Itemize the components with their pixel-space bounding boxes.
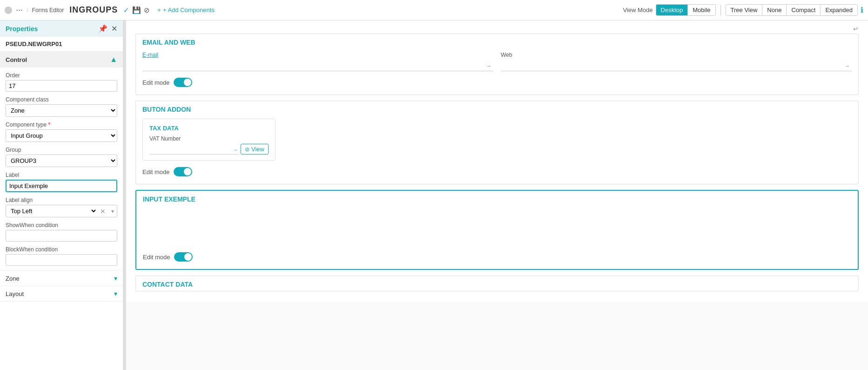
label-align-select[interactable]: Top Left [6, 205, 97, 217]
chevron-down-icon: ▾ [114, 275, 117, 282]
vat-input[interactable] [149, 143, 239, 155]
tax-data-box: TAX DATA VAT Number → ⊘ [142, 119, 276, 161]
email-edit-mode-toggle[interactable] [174, 78, 192, 87]
label-input[interactable] [6, 180, 117, 192]
required-mark: * [48, 121, 50, 128]
label-group: Label [6, 172, 117, 192]
chevron-down-icon: ▾ [114, 290, 117, 297]
label-align-label: Label align [6, 197, 117, 203]
component-type-select[interactable]: Input Group [6, 129, 117, 142]
contact-data-section: CONTACT DATA [135, 276, 859, 291]
properties-panel: Properties 📌 ✕ PSEUD.NEWGRP01 Control ▲ … [0, 20, 123, 370]
vat-row: VAT Number → ⊘ View [149, 135, 269, 155]
top-bar-right: View Mode Desktop Mobile Tree View None … [623, 4, 863, 16]
buton-addon-body: TAX DATA VAT Number → ⊘ [136, 116, 858, 167]
component-class-label: Component class [6, 96, 117, 103]
layout-header[interactable]: Layout ▾ [0, 286, 123, 301]
plus-icon: + [157, 7, 161, 13]
web-label: Web [501, 52, 852, 58]
order-input[interactable] [6, 80, 117, 92]
group-label: Group [6, 147, 117, 153]
view-mode-label: View Mode [623, 7, 653, 13]
buton-addon-title: BUTON ADDON [136, 101, 858, 116]
tree-view-group: Tree View None Compact Expanded [726, 4, 858, 16]
label-label: Label [6, 172, 117, 178]
email-edit-mode-label: Edit mode [142, 79, 170, 86]
none-btn[interactable]: None [762, 5, 787, 15]
blockwhen-group: BlockWhen condition [6, 246, 117, 266]
email-edit-mode-row: Edit mode [136, 78, 858, 91]
input-exemple-body [136, 206, 858, 252]
contact-data-title: CONTACT DATA [136, 276, 858, 291]
input-exemple-edit-mode-label: Edit mode [143, 254, 170, 261]
chevron-up-icon: ▲ [110, 55, 117, 64]
blockwhen-label: BlockWhen condition [6, 246, 117, 253]
tax-data-title: TAX DATA [149, 125, 269, 132]
tree-view-btn[interactable]: Tree View [726, 5, 763, 15]
close-icon[interactable]: ✕ [111, 24, 117, 33]
separator: / [27, 7, 28, 13]
layout-section: Layout ▾ [0, 286, 123, 302]
zone-header[interactable]: Zone ▾ [0, 271, 123, 286]
buton-edit-mode-label: Edit mode [142, 168, 170, 175]
properties-title: Properties [6, 25, 94, 33]
email-label: E-mail [142, 52, 493, 58]
input-exemple-title: INPUT EXEMPLE [136, 191, 858, 206]
more-icon[interactable]: ··· [16, 5, 23, 15]
zone-title: Zone [6, 275, 20, 282]
email-input[interactable] [142, 60, 493, 71]
group-select[interactable]: GROUP3 [6, 155, 117, 167]
component-type-group: Component type * Input Group [6, 121, 117, 142]
edit-circle-icon: ⊘ [245, 146, 249, 153]
showwhen-input[interactable] [6, 230, 117, 242]
arrow-icon: → [486, 63, 491, 69]
web-input-wrapper: → [501, 60, 852, 71]
web-field-group: Web → [501, 52, 852, 71]
buton-edit-mode-row: Edit mode [136, 167, 858, 180]
expanded-btn[interactable]: Expanded [821, 5, 857, 15]
separator-vertical [720, 5, 721, 16]
layout-title: Layout [6, 290, 24, 297]
blockwhen-input[interactable] [6, 254, 117, 266]
component-class-group: Component class Zone [6, 96, 117, 117]
vat-label: VAT Number [149, 135, 239, 142]
home-icon[interactable] [5, 7, 12, 14]
save-icon[interactable]: 💾 [132, 6, 141, 14]
desktop-btn[interactable]: Desktop [656, 5, 688, 15]
view-mode-group: Desktop Mobile [656, 4, 716, 16]
web-input[interactable] [501, 60, 852, 71]
vat-field-group: VAT Number → [149, 135, 239, 155]
check-icon[interactable]: ✓ [123, 6, 129, 14]
view-btn-label: View [251, 146, 264, 153]
chevron-down-icon[interactable]: ▾ [108, 208, 117, 215]
history-icon[interactable]: ⊘ [144, 6, 150, 14]
component-class-select[interactable]: Zone [6, 104, 117, 117]
info-icon[interactable]: ℹ [861, 6, 863, 14]
add-components-label: + Add Components [163, 7, 215, 13]
buton-addon-section: BUTON ADDON TAX DATA VAT Number → [135, 101, 859, 184]
label-align-group: Label align Top Left ✕ ▾ [6, 197, 117, 217]
vat-input-wrapper: → [149, 143, 239, 155]
order-group: Order [6, 72, 117, 92]
pin-icon[interactable]: 📌 [98, 24, 108, 33]
showwhen-group: ShowWhen condition [6, 222, 117, 242]
buton-edit-mode-toggle[interactable] [174, 167, 192, 176]
clear-icon[interactable]: ✕ [97, 208, 108, 215]
email-input-wrapper: → [142, 60, 493, 71]
zone-section: Zone ▾ [0, 271, 123, 286]
input-exemple-edit-mode-row: Edit mode [136, 252, 858, 265]
input-exemple-section: INPUT EXEMPLE Edit mode [135, 190, 859, 270]
input-exemple-edit-mode-toggle[interactable] [174, 252, 193, 262]
email-web-field-row: E-mail → Web → [142, 52, 852, 71]
view-button[interactable]: ⊘ View [241, 144, 269, 155]
group-group: Group GROUP3 [6, 147, 117, 167]
add-components-button[interactable]: + + Add Components [157, 7, 215, 13]
showwhen-label: ShowWhen condition [6, 222, 117, 229]
properties-header: Properties 📌 ✕ [0, 20, 123, 37]
compact-btn[interactable]: Compact [787, 5, 821, 15]
editor-title: Forms Editor [32, 7, 64, 13]
canvas: ↵ EMAIL AND WEB E-mail → [126, 20, 868, 370]
mobile-btn[interactable]: Mobile [688, 5, 715, 15]
control-accordion-header[interactable]: Control ▲ [0, 52, 123, 67]
component-id: PSEUD.NEWGRP01 [0, 37, 123, 52]
